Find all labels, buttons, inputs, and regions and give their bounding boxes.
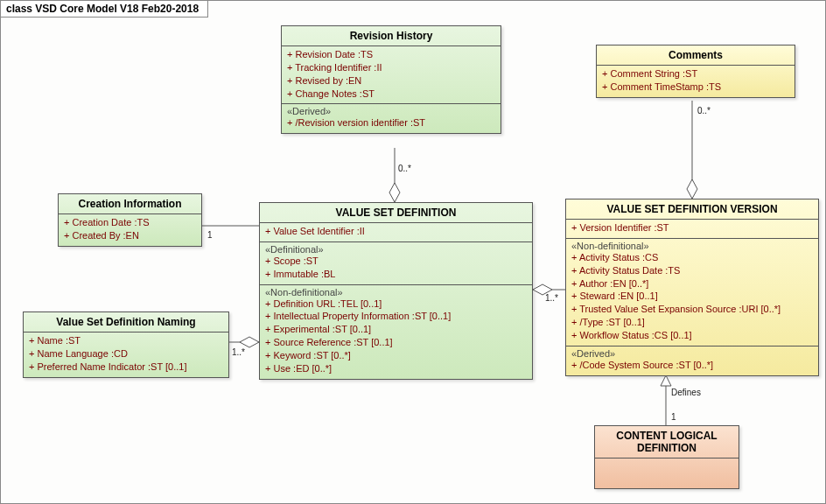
definitional-section: «Definitional» Scope :ST Immutable :BL — [260, 242, 532, 284]
class-title: Value Set Definition Naming — [24, 312, 228, 332]
derived-section: «Derived» /Revision version identifier :… — [282, 103, 500, 133]
derived-section: «Derived» /Code System Source :ST [0..*] — [566, 346, 818, 375]
attr-section: Revision Date :TS Tracking Identifier :I… — [282, 46, 500, 103]
attr-section: Name :ST Name Language :CD Preferred Nam… — [24, 332, 228, 377]
mult-cld: 1 — [671, 412, 676, 422]
mult-revision: 0..* — [398, 164, 411, 173]
assoc-defines: Defines — [671, 388, 701, 397]
attr-section: Creation Date :TS Created By :EN — [59, 214, 201, 246]
class-content-logical-definition: CONTENT LOGICAL DEFINITION — [594, 425, 739, 489]
diagram-frame: class VSD Core Model V18 Feb20-2018 Revi… — [0, 0, 826, 504]
class-title: VALUE SET DEFINITION — [260, 203, 532, 223]
class-title: Comments — [597, 46, 794, 66]
class-title: Revision History — [282, 26, 500, 46]
attr-section: Version Identifier :ST — [566, 220, 818, 238]
class-value-set-definition: VALUE SET DEFINITION Value Set Identifie… — [259, 202, 533, 380]
attr-section: Comment String :ST Comment TimeStamp :TS — [597, 66, 794, 97]
class-revision-history: Revision History Revision Date :TS Track… — [281, 25, 501, 134]
class-title-line2: DEFINITION — [595, 442, 738, 458]
class-title: Creation Information — [59, 194, 201, 214]
nondefinitional-section: «Non-definitional» Activity Status :CS A… — [566, 238, 818, 346]
svg-marker-6 — [240, 337, 259, 347]
class-value-set-definition-version: VALUE SET DEFINITION VERSION Version Ide… — [565, 199, 819, 376]
frame-title: class VSD Core Model V18 Feb20-2018 — [1, 1, 208, 18]
svg-marker-3 — [687, 179, 697, 199]
class-title: VALUE SET DEFINITION VERSION — [566, 200, 818, 220]
svg-marker-1 — [389, 183, 400, 202]
class-title-line1: CONTENT LOGICAL — [595, 426, 738, 442]
class-creation-information: Creation Information Creation Date :TS C… — [58, 193, 202, 247]
class-vsd-naming: Value Set Definition Naming Name :ST Nam… — [23, 312, 229, 378]
mult-comments: 0..* — [697, 106, 710, 116]
empty-section — [595, 458, 738, 488]
svg-marker-10 — [661, 375, 671, 386]
mult-naming: 1..* — [232, 347, 245, 357]
class-comments: Comments Comment String :ST Comment Time… — [596, 45, 795, 98]
mult-creationinfo: 1 — [207, 230, 213, 240]
nondefinitional-section: «Non-definitional» Definition URL :TEL [… — [260, 284, 532, 379]
mult-vsdv: 1..* — [545, 293, 558, 303]
attr-section: Value Set Identifier :II — [260, 223, 532, 242]
